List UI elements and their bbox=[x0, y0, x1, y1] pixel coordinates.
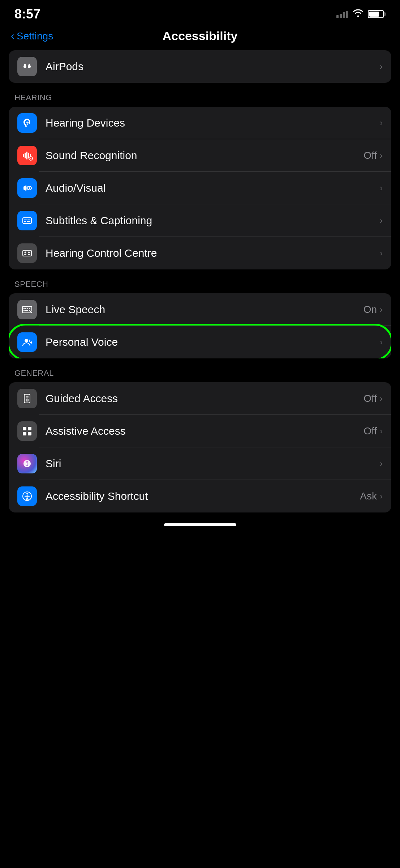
hearing-control-title: Hearing Control Centre bbox=[46, 247, 157, 259]
svg-line-49 bbox=[27, 498, 29, 500]
airpods-row[interactable]: AirPods › bbox=[9, 50, 391, 83]
guided-access-title: Guided Access bbox=[46, 392, 118, 405]
live-speech-right: On › bbox=[364, 304, 383, 315]
accessibility-shortcut-right: Ask › bbox=[360, 490, 383, 502]
svg-rect-32 bbox=[30, 311, 31, 312]
chevron-right-icon: › bbox=[380, 491, 383, 501]
signal-icon bbox=[336, 10, 348, 18]
airpods-group: AirPods › bbox=[9, 50, 391, 83]
live-speech-row[interactable]: Live Speech On › bbox=[9, 293, 391, 326]
personal-voice-row[interactable]: Personal Voice › bbox=[9, 326, 391, 358]
svg-rect-13 bbox=[23, 218, 31, 224]
battery-icon bbox=[368, 10, 386, 18]
svg-rect-37 bbox=[26, 396, 29, 397]
chevron-right-icon: › bbox=[380, 305, 383, 315]
accessibility-shortcut-title: Accessibility Shortcut bbox=[46, 490, 148, 502]
svg-rect-27 bbox=[29, 308, 30, 309]
sound-recognition-status: Off bbox=[364, 150, 377, 161]
status-icons bbox=[336, 9, 386, 19]
siri-row[interactable]: Siri › bbox=[9, 447, 391, 480]
speech-section-label: SPEECH bbox=[0, 269, 400, 293]
accessibility-shortcut-status: Ask bbox=[360, 490, 377, 502]
svg-rect-22 bbox=[28, 254, 30, 255]
svg-rect-6 bbox=[25, 153, 26, 158]
subtitles-row[interactable]: Subtitles & Captioning › bbox=[9, 204, 391, 237]
status-bar: 8:57 bbox=[0, 0, 400, 25]
wifi-icon bbox=[353, 9, 364, 19]
live-speech-status: On bbox=[364, 304, 377, 315]
hearing-group: Hearing Devices › Sound Recognition Off … bbox=[9, 107, 391, 269]
live-speech-icon bbox=[17, 300, 37, 319]
status-time: 8:57 bbox=[14, 7, 40, 22]
chevron-right-icon: › bbox=[380, 216, 383, 226]
personal-voice-icon bbox=[17, 332, 37, 352]
svg-rect-17 bbox=[27, 221, 30, 222]
svg-rect-24 bbox=[23, 308, 25, 309]
chevron-right-icon: › bbox=[380, 337, 383, 347]
chevron-right-icon: › bbox=[380, 459, 383, 469]
back-label: Settings bbox=[17, 30, 53, 42]
subtitles-title: Subtitles & Captioning bbox=[46, 214, 152, 227]
svg-point-12 bbox=[29, 187, 30, 189]
svg-point-4 bbox=[26, 122, 28, 123]
hearing-control-right: › bbox=[380, 248, 383, 258]
audio-visual-row[interactable]: Audio/Visual › bbox=[9, 172, 391, 204]
hearing-devices-title: Hearing Devices bbox=[46, 117, 125, 129]
svg-point-45 bbox=[26, 493, 28, 494]
svg-rect-43 bbox=[28, 432, 31, 435]
hearing-section-label: HEARING bbox=[0, 83, 400, 107]
svg-rect-30 bbox=[29, 310, 30, 311]
accessibility-shortcut-content: Accessibility Shortcut Ask › bbox=[46, 490, 383, 502]
svg-rect-42 bbox=[23, 432, 26, 435]
personal-voice-content: Personal Voice › bbox=[46, 336, 383, 348]
svg-rect-25 bbox=[25, 308, 26, 309]
general-group: Guided Access Off › Assistive Access Off… bbox=[9, 382, 391, 512]
siri-right: › bbox=[380, 459, 383, 469]
page-title: Accessibility bbox=[11, 29, 389, 43]
airpods-title: AirPods bbox=[46, 60, 83, 73]
svg-point-39 bbox=[26, 399, 28, 401]
svg-point-19 bbox=[25, 252, 26, 254]
svg-rect-38 bbox=[26, 397, 29, 398]
hearing-devices-row[interactable]: Hearing Devices › bbox=[9, 107, 391, 139]
assistive-access-row[interactable]: Assistive Access Off › bbox=[9, 415, 391, 447]
assistive-access-title: Assistive Access bbox=[46, 425, 126, 437]
general-section-label: GENERAL bbox=[0, 358, 400, 382]
hearing-devices-icon bbox=[17, 113, 37, 133]
live-speech-content: Live Speech On › bbox=[46, 303, 383, 316]
audio-visual-icon bbox=[17, 178, 37, 198]
svg-rect-26 bbox=[27, 308, 28, 309]
airpods-right: › bbox=[380, 61, 383, 72]
chevron-right-icon: › bbox=[380, 393, 383, 404]
airpods-content: AirPods › bbox=[46, 60, 383, 73]
svg-rect-15 bbox=[27, 220, 30, 220]
accessibility-shortcut-row[interactable]: Accessibility Shortcut Ask › bbox=[9, 480, 391, 512]
subtitles-icon bbox=[17, 211, 37, 230]
chevron-right-icon: › bbox=[380, 118, 383, 128]
chevron-right-icon: › bbox=[380, 150, 383, 161]
chevron-right-icon: › bbox=[380, 426, 383, 436]
sound-recognition-content: Sound Recognition Off › bbox=[46, 149, 383, 162]
hearing-control-row[interactable]: Hearing Control Centre › bbox=[9, 237, 391, 269]
guided-access-status: Off bbox=[364, 393, 377, 404]
svg-rect-35 bbox=[31, 341, 32, 344]
home-indicator bbox=[164, 523, 236, 526]
assistive-access-icon bbox=[17, 421, 37, 441]
hearing-control-content: Hearing Control Centre › bbox=[46, 247, 383, 259]
guided-access-row[interactable]: Guided Access Off › bbox=[9, 382, 391, 415]
subtitles-content: Subtitles & Captioning › bbox=[46, 214, 383, 227]
svg-rect-14 bbox=[24, 220, 27, 220]
back-button[interactable]: ‹ Settings bbox=[11, 30, 53, 42]
personal-voice-right: › bbox=[380, 337, 383, 347]
hearing-devices-right: › bbox=[380, 118, 383, 128]
svg-rect-5 bbox=[23, 154, 24, 157]
assistive-access-status: Off bbox=[364, 425, 377, 437]
audio-visual-right: › bbox=[380, 183, 383, 193]
chevron-right-icon: › bbox=[380, 248, 383, 258]
sound-recognition-row[interactable]: Sound Recognition Off › bbox=[9, 139, 391, 172]
svg-rect-18 bbox=[23, 250, 31, 256]
svg-rect-3 bbox=[29, 64, 30, 67]
sound-recognition-right: Off › bbox=[364, 150, 383, 161]
chevron-right-icon: › bbox=[380, 61, 383, 72]
svg-rect-34 bbox=[30, 342, 31, 343]
